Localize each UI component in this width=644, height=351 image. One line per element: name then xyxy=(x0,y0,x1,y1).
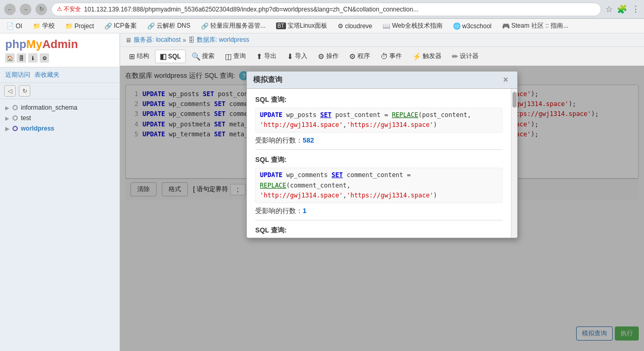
query-section-2: SQL 查询: UPDATE wp_comments SET comment_c… xyxy=(255,155,503,220)
bookmark-cloudreve[interactable]: ⚙ cloudreve xyxy=(336,21,374,31)
sql-area: 在数据库 worldpress 运行 SQL 查询: ? 1 UPDATE wp… xyxy=(120,66,644,351)
tab-export[interactable]: ⬆ 导出 xyxy=(252,49,281,63)
sidebar-actions: 近期访问 表收藏夹 xyxy=(0,67,120,83)
section-divider-1 xyxy=(255,149,503,150)
bookmark-star-icon[interactable]: ☆ xyxy=(605,4,613,14)
tab-search[interactable]: 🔍 搜索 xyxy=(187,49,219,63)
tab-designer[interactable]: ✏ 设计器 xyxy=(447,49,483,63)
favorites-link[interactable]: 表收藏夹 xyxy=(34,71,59,79)
affected-count-1: 582 xyxy=(303,136,314,144)
tab-import-label: 导入 xyxy=(295,52,307,61)
webtech-icon: 📖 xyxy=(383,22,390,30)
settings-icon[interactable]: ⚙ xyxy=(40,53,49,63)
steam-icon: 🎮 xyxy=(502,22,510,30)
tab-procedures-label: 程序 xyxy=(357,52,370,61)
back-button[interactable]: ← xyxy=(4,4,16,15)
icp-icon: 🔗 xyxy=(104,22,112,30)
expand-icon: ▶ xyxy=(5,126,9,132)
tab-events[interactable]: ⏱ 事件 xyxy=(376,49,407,63)
modal-scrollbar[interactable] xyxy=(511,89,517,238)
affected-count-2: 1 xyxy=(303,207,306,215)
info-icon[interactable]: ℹ xyxy=(28,53,38,63)
modal-content-scroll: SQL 查询: UPDATE wp_posts SET post_content… xyxy=(247,89,517,238)
breadcrumb: 🖥 服务器: localhost » 🗄 数据库: worldpress xyxy=(120,33,644,47)
tab-structure-label: 结构 xyxy=(137,52,149,61)
w3c-icon: 🌐 xyxy=(453,22,461,30)
bookmark-school[interactable]: 📁 学校 xyxy=(31,20,57,31)
tab-sql[interactable]: ◧ SQL xyxy=(155,50,186,63)
tab-operations[interactable]: ⚙ 操作 xyxy=(313,49,343,63)
modal-close-button[interactable]: × xyxy=(500,75,511,85)
bookmark-cloud[interactable]: 🔗 轻量应用服务器管... xyxy=(199,20,268,31)
bookmark-webtech[interactable]: 📖 Web全栈技术指南 xyxy=(380,20,444,31)
modal-title: 模拟查询 xyxy=(253,75,282,85)
tab-triggers-label: 触发器 xyxy=(423,52,442,61)
query-icon: ◫ xyxy=(225,52,232,61)
db-circle-icon xyxy=(13,105,18,110)
pma-logo-icons: 🏠 🗄 ℹ ⚙ xyxy=(5,53,114,63)
bt-icon: BT xyxy=(276,22,286,29)
menu-icon[interactable]: ⋮ xyxy=(631,4,640,14)
bookmark-bt[interactable]: BT 宝塔Linux面板 xyxy=(274,20,329,31)
oi-icon: 📄 xyxy=(6,22,14,30)
home-icon[interactable]: 🏠 xyxy=(5,53,15,63)
bookmark-dns[interactable]: 🔗 云解析 DNS xyxy=(145,20,193,31)
query-code-1: UPDATE wp_posts SET post_content = REPLA… xyxy=(255,108,503,133)
breadcrumb-server[interactable]: 服务器: localhost xyxy=(134,36,181,44)
db-circle-icon xyxy=(13,115,18,121)
breadcrumb-sep1: » xyxy=(183,37,186,44)
refresh-db-button[interactable]: ↻ xyxy=(19,85,30,97)
collapse-button[interactable]: ◁ xyxy=(4,85,16,97)
search-icon: 🔍 xyxy=(192,52,200,61)
operations-icon: ⚙ xyxy=(318,52,325,61)
pma-logo: phpMyAdmin 🏠 🗄 ℹ ⚙ xyxy=(0,33,120,67)
tab-query[interactable]: ◫ 查询 xyxy=(220,49,251,63)
app-container: phpMyAdmin 🏠 🗄 ℹ ⚙ 近期访问 表收藏夹 ◁ ↻ ▶ infor… xyxy=(0,33,644,351)
refresh-button[interactable]: ↻ xyxy=(35,4,47,15)
query-label-3: SQL 查询: xyxy=(255,226,503,235)
logo-admin: Admin xyxy=(42,38,78,51)
db-item-information-schema[interactable]: ▶ information_schema xyxy=(0,102,120,113)
sidebar-tools: ◁ ↻ xyxy=(0,83,120,99)
cloud-icon: 🔗 xyxy=(201,22,209,30)
address-bar[interactable]: ⚠ 不安全 101.132.139.167:888/phpmyadmin_553… xyxy=(51,3,601,16)
db-item-test[interactable]: ▶ test xyxy=(0,113,120,123)
forward-button[interactable]: → xyxy=(20,4,31,15)
tab-structure[interactable]: ⊞ 结构 xyxy=(124,49,154,63)
db-list: ▶ information_schema ▶ test ▶ worldpress xyxy=(0,99,120,137)
breadcrumb-db-icon: 🗄 xyxy=(188,37,195,44)
logo-my: My xyxy=(26,38,42,51)
query-label-2: SQL 查询: xyxy=(255,155,503,165)
bookmark-oi[interactable]: 📄 OI xyxy=(4,21,25,31)
export-icon: ⬆ xyxy=(256,52,263,61)
db-name: worldpress xyxy=(21,125,54,132)
breadcrumb-icon: 🖥 xyxy=(125,37,132,44)
query-code-2: UPDATE wp_comments SET comment_content =… xyxy=(255,168,503,203)
bookmark-icp[interactable]: 🔗 ICP备案 xyxy=(102,20,139,31)
tab-procedures[interactable]: ⚙ 程序 xyxy=(344,49,375,63)
extensions-icon[interactable]: 🧩 xyxy=(617,4,627,14)
sidebar: phpMyAdmin 🏠 🗄 ℹ ⚙ 近期访问 表收藏夹 ◁ ↻ ▶ infor… xyxy=(0,33,120,351)
tab-triggers[interactable]: ⚡ 触发器 xyxy=(408,49,446,63)
modal-overlay: 模拟查询 × SQL 查询: UPDATE wp_posts SET post_… xyxy=(120,66,644,351)
school-icon: 📁 xyxy=(33,22,41,30)
procedures-icon: ⚙ xyxy=(349,52,356,61)
bookmark-project[interactable]: 📁 Project xyxy=(63,21,96,31)
bookmark-w3c[interactable]: 🌐 w3cschool xyxy=(451,21,494,31)
tab-import[interactable]: ⬇ 导入 xyxy=(282,49,312,63)
db-icon[interactable]: 🗄 xyxy=(17,53,26,63)
tab-export-label: 导出 xyxy=(264,52,277,61)
affected-row-1: 受影响的行数：582 xyxy=(255,136,503,145)
db-circle-icon xyxy=(13,126,18,131)
affected-row-2: 受影响的行数：1 xyxy=(255,206,503,216)
scrollbar-thumb[interactable] xyxy=(512,92,517,108)
db-item-worldpress[interactable]: ▶ worldpress xyxy=(0,123,120,134)
cloudreve-icon: ⚙ xyxy=(338,22,343,30)
main-content: 🖥 服务器: localhost » 🗄 数据库: worldpress ⊞ 结… xyxy=(120,33,644,351)
import-icon: ⬇ xyxy=(287,52,293,61)
tab-query-label: 查询 xyxy=(233,52,246,61)
bookmark-steam[interactable]: 🎮 Steam 社区 :: 指南... xyxy=(500,20,570,31)
breadcrumb-database[interactable]: 数据库: worldpress xyxy=(197,36,249,44)
db-name: test xyxy=(21,114,31,122)
recent-link[interactable]: 近期访问 xyxy=(5,71,30,79)
